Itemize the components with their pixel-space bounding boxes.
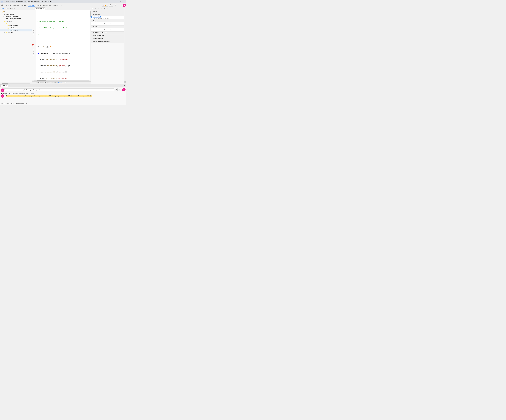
- line-num-12: 12: [32, 33, 35, 35]
- dom-header[interactable]: ▶ DOM Breakpoints: [91, 34, 124, 37]
- scope-header[interactable]: ▼ Scope: [91, 20, 124, 22]
- minimize-button[interactable]: ─: [116, 0, 119, 3]
- breakpoint-code-1: Office.context.ui.displa...: [93, 18, 112, 19]
- top-panels: Page Filesystem » ⋯ ▼ 📁 top ▶ ☁ lo: [0, 7, 126, 84]
- search-tab-search[interactable]: Search ✕: [0, 84, 8, 87]
- code-scrollbar-v[interactable]: [90, 10, 91, 80]
- tree-label-webpack-folder: webpack: [8, 32, 13, 33]
- settings-button[interactable]: ⚙: [113, 4, 117, 7]
- pause-resume-button[interactable]: [91, 7, 94, 10]
- line-num-2: 2: [32, 12, 35, 14]
- search-input[interactable]: [3, 88, 114, 91]
- step-over-button[interactable]: ↷: [94, 7, 97, 10]
- debug-section-event: ▶ Event Listener Breakpoints: [91, 40, 124, 43]
- event-label: Event Listener Breakpoints: [93, 41, 109, 42]
- tab-network[interactable]: Network: [35, 4, 42, 7]
- svg-rect-3: [3, 5, 3, 6]
- code-h-scroll-left-arrow[interactable]: ◄: [32, 80, 33, 82]
- breakpoints-header[interactable]: ▼ Breakpoints: [91, 13, 124, 16]
- line-num-17[interactable]: 17: [32, 44, 35, 46]
- code-tab-next-button[interactable]: ►: [45, 7, 48, 10]
- event-arrow: ▶: [92, 41, 93, 42]
- tree-item-top[interactable]: ▼ 📁 top: [0, 11, 32, 13]
- tree-arrow-src-taskpane: ▼: [6, 27, 7, 29]
- nav-bar: Welcome Elements Console Sources Network…: [0, 3, 126, 7]
- scope-not-paused: Not paused: [91, 22, 124, 26]
- dom-label: DOM Breakpoints: [93, 35, 104, 36]
- result-line-num-1: 17: [3, 95, 6, 97]
- breakpoint-file-1[interactable]: taskpane.js:17: [93, 16, 112, 18]
- search-file-header-1[interactable]: ▼ taskpane.js — webpack:///./src/taskpan…: [0, 93, 126, 95]
- tree-item-node-modules[interactable]: ▶ 📁 node_modules: [0, 25, 32, 27]
- watch-header[interactable]: ▶ Watch: [91, 10, 124, 13]
- code-tab-taskpane[interactable]: taskpane.js ✕: [35, 7, 45, 10]
- tree-label-dot: .: [8, 23, 8, 24]
- xhr-arrow: ▶: [92, 32, 93, 33]
- debug-scrollbar[interactable]: [124, 7, 126, 84]
- error-badge-button[interactable]: ● 1 ▲ 1: [102, 4, 108, 7]
- more-panel-tabs-button[interactable]: »: [14, 7, 15, 10]
- call-stack-header[interactable]: ▼ Call Stack: [91, 26, 124, 28]
- tab-filesystem[interactable]: Filesystem: [6, 7, 13, 10]
- tab-memory[interactable]: Memory: [53, 4, 60, 7]
- file-icon-taskpane-js: 📄: [9, 30, 11, 31]
- tree-label-top: top: [4, 11, 6, 13]
- search-cancel-button[interactable]: ⊘: [118, 88, 121, 91]
- step-into-button[interactable]: ↓: [97, 7, 100, 10]
- event-header[interactable]: ▶ Event Listener Breakpoints: [91, 40, 124, 43]
- tab-page[interactable]: Page: [0, 7, 6, 10]
- more-tabs-button[interactable]: »: [60, 4, 63, 7]
- line-num-18: 18: [32, 46, 35, 48]
- file-scroll-left-arrow[interactable]: ◄: [0, 83, 1, 84]
- search-refresh-button[interactable]: ↻: [115, 88, 118, 91]
- tree-item-src-taskpane[interactable]: ▼ 📁 src/taskpane: [0, 27, 32, 29]
- debug-section-scope: ▼ Scope Not paused: [91, 20, 124, 26]
- code-h-scroll-right-arrow[interactable]: ►: [89, 80, 91, 82]
- tree-item-webpack-folder[interactable]: ▶ 📁 webpack: [0, 32, 32, 34]
- overflow-button[interactable]: ⋮: [118, 4, 121, 7]
- code-line-8: document.getElementById("sideload-msg").: [37, 59, 89, 61]
- status-bar: { } | Line 19, Column 26 source mapped f…: [32, 81, 91, 84]
- search-result-item-1[interactable]: 17 Office.context.ui.displayDialogAsync(…: [0, 95, 126, 97]
- global-header[interactable]: ▶ Global Listeners: [91, 37, 124, 40]
- code-line-7: if (info.host === Office.HostType.Excel)…: [37, 52, 89, 54]
- deactivate-breakpoints-button[interactable]: ⬡: [106, 7, 108, 10]
- tree-item-dot[interactable]: ▼ 📁 .: [0, 22, 32, 25]
- xhr-header[interactable]: ▶ XHR/fetch Breakpoints: [91, 32, 124, 34]
- step-out-button[interactable]: ↑: [100, 7, 103, 10]
- tab-console[interactable]: Console: [20, 4, 27, 7]
- close-button[interactable]: ✕: [123, 0, 126, 3]
- search-results: d ▼ taskpane.js — webpack:///./src/taskp…: [0, 92, 126, 102]
- code-content[interactable]: /* * Copyright (c) Microsoft Corporation…: [36, 10, 90, 80]
- search-add-tab-button[interactable]: +: [8, 84, 11, 87]
- device-toolbar-button[interactable]: [0, 4, 4, 7]
- tree-item-appsforoffice[interactable]: ▶ ☁ appsforoffice.microsoft.c: [0, 15, 32, 18]
- file-scroll-right-arrow[interactable]: ►: [31, 83, 32, 84]
- status-file-link[interactable]: taskpane.js: [58, 82, 64, 83]
- tree-item-sharepoint[interactable]: ▶ ☁ static2.sharepointonline.c: [0, 18, 32, 20]
- info-icon: 💬: [109, 4, 111, 6]
- breakpoint-checkbox-1[interactable]: [91, 16, 92, 18]
- tab-elements[interactable]: Elements: [12, 4, 20, 7]
- tree-item-taskpane-js[interactable]: ▶ 📄 taskpane.js: [0, 29, 32, 32]
- maximize-button[interactable]: □: [120, 0, 122, 3]
- step-button[interactable]: ⇒: [103, 7, 106, 10]
- info-badge-button[interactable]: 💬 1: [109, 4, 113, 7]
- tree-item-localhost[interactable]: ▶ ☁ localhost:3000: [0, 13, 32, 15]
- debug-scroll-thumb: [125, 81, 126, 83]
- folder-icon-top: 📁: [2, 11, 4, 13]
- code-tab-close-button[interactable]: ✕: [43, 8, 44, 9]
- code-tab-prev-button[interactable]: ◄: [32, 7, 35, 10]
- debug-section-global: ▶ Global Listeners: [91, 37, 124, 40]
- tab-sources[interactable]: Sources: [28, 4, 35, 7]
- code-tabs: ◄ taskpane.js ✕ ►: [32, 7, 91, 10]
- line-num-20: 20: [32, 50, 35, 52]
- search-tab-close-icon[interactable]: ✕: [6, 85, 7, 87]
- panel-tab-options-button[interactable]: ⋯: [16, 8, 18, 10]
- line-num-13: 13: [32, 35, 35, 38]
- search-panel-close-button[interactable]: ✕: [123, 84, 126, 87]
- tab-welcome[interactable]: Welcome: [4, 4, 12, 7]
- tree-item-webpack[interactable]: ▼ 📁 webpack://: [0, 20, 32, 22]
- tab-performance[interactable]: Performance: [42, 4, 52, 7]
- nav-right: ● 1 ▲ 1 💬 1 ⚙ ⋮ a: [102, 4, 126, 7]
